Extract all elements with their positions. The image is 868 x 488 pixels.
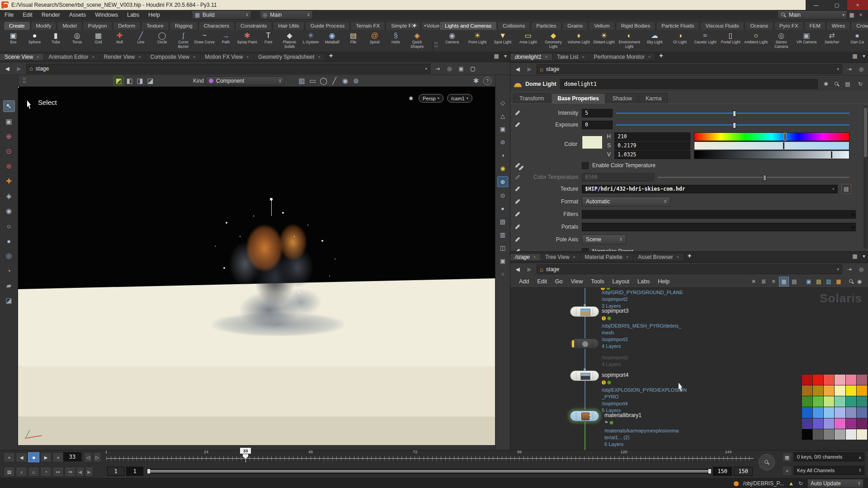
playback-button[interactable]: ■ bbox=[28, 452, 39, 462]
shelf-tool[interactable]: T Font bbox=[258, 31, 279, 49]
menu-item[interactable]: Windows bbox=[90, 12, 123, 18]
intensity-field[interactable]: 5 bbox=[582, 109, 613, 117]
camera-dropdown[interactable]: /cam1 ▾ bbox=[447, 94, 472, 103]
palette-swatch[interactable] bbox=[824, 407, 834, 418]
pane-grid-icon[interactable]: ▦ bbox=[850, 252, 859, 261]
shelf-tool[interactable]: ○ Ambient Light bbox=[743, 31, 769, 49]
range-step-fwd[interactable]: ▶ bbox=[85, 467, 93, 477]
shelf-tool[interactable]: ▯ Portal Light bbox=[718, 31, 743, 49]
tools-icon[interactable]: ✕ bbox=[749, 277, 758, 286]
network-box-icon[interactable]: ▩ bbox=[834, 277, 843, 286]
pane-tab[interactable]: /stage × bbox=[510, 254, 541, 260]
close-icon[interactable]: × bbox=[193, 55, 195, 59]
toolbar-icon[interactable]: ⊙ bbox=[4, 146, 14, 157]
scrollbar[interactable] bbox=[863, 106, 868, 249]
menu-item[interactable]: Help bbox=[144, 12, 165, 18]
shelf-tool[interactable]: ╱ Line bbox=[130, 31, 151, 49]
close-icon[interactable]: × bbox=[677, 255, 679, 259]
palette-swatch[interactable] bbox=[813, 429, 823, 440]
shelf-tool[interactable]: ▦ Grid bbox=[88, 31, 109, 49]
pencil-icon[interactable] bbox=[514, 121, 521, 128]
step-button[interactable]: ◁ bbox=[84, 452, 92, 462]
portals-field[interactable] bbox=[582, 223, 856, 231]
pencil-icon[interactable] bbox=[514, 162, 521, 169]
timeline-ruler[interactable]: 124487296120144 bbox=[106, 452, 754, 463]
close-icon[interactable]: × bbox=[138, 55, 141, 59]
palette-swatch[interactable] bbox=[802, 375, 812, 385]
palette-swatch[interactable] bbox=[813, 396, 823, 407]
timeline-zoom-button[interactable] bbox=[759, 454, 775, 470]
shelf-tab[interactable]: Guide Process bbox=[305, 21, 350, 30]
keys-info-field[interactable]: 0 keys, 0/0 channels ▴ bbox=[794, 452, 864, 461]
palette-swatch[interactable] bbox=[835, 396, 845, 407]
playback-button[interactable]: ◀ bbox=[16, 452, 27, 462]
node-bypassed[interactable] bbox=[570, 338, 599, 349]
palette-swatch[interactable] bbox=[835, 375, 845, 385]
shelf-tool[interactable]: ▼ Spot Light bbox=[490, 31, 515, 49]
display-option-icon[interactable]: ▥ bbox=[498, 230, 508, 239]
nav-forward-icon[interactable]: ▶ bbox=[14, 64, 24, 73]
shelf-tool[interactable]: ✳ L-System bbox=[300, 31, 321, 49]
toolbar-icon[interactable]: ◪ bbox=[4, 295, 14, 306]
desktop-selector[interactable]: ▦ Build ⇕ bbox=[192, 10, 251, 19]
shelf-tool[interactable]: ◑ GI Light bbox=[667, 31, 693, 49]
channel-graph-icon[interactable]: ≈ bbox=[782, 466, 792, 476]
selection-mode-icon[interactable]: ◩ bbox=[113, 75, 124, 86]
shelf-tool[interactable]: ◈ Quick Shapes bbox=[406, 31, 428, 49]
palette-swatch[interactable] bbox=[802, 407, 812, 418]
pane-tab[interactable]: Render View × bbox=[99, 54, 146, 60]
shelf-tool[interactable]: ● Gan Ca bbox=[844, 31, 868, 49]
display-option-icon[interactable]: ◑ bbox=[498, 150, 508, 160]
shelf-tab[interactable]: Lights and Cameras bbox=[439, 21, 497, 30]
display-option-icon[interactable]: ▣ bbox=[498, 256, 508, 266]
shelf-tool[interactable]: ✱ Spray Paint bbox=[236, 31, 258, 49]
chevron-down-icon[interactable]: ▾ bbox=[837, 267, 839, 272]
pane-tab[interactable]: Composite View × bbox=[146, 54, 200, 60]
palette-swatch[interactable] bbox=[813, 375, 823, 385]
shelf-tab[interactable]: Model bbox=[57, 21, 82, 30]
shelf-tab[interactable]: Polygon bbox=[83, 21, 113, 30]
shelf-tab[interactable]: Collisions bbox=[497, 21, 530, 30]
settings-gear-icon[interactable]: ✱ bbox=[471, 75, 481, 86]
node-sopimport3[interactable] bbox=[570, 306, 599, 317]
pane-menu-chevron-icon[interactable]: ▾ bbox=[859, 252, 868, 261]
shelf-tab[interactable]: FEM bbox=[804, 21, 826, 30]
view-cube-icon[interactable]: ▣ bbox=[457, 64, 466, 73]
help-icon[interactable]: ? bbox=[483, 77, 491, 85]
close-icon[interactable]: × bbox=[533, 255, 536, 259]
display-option-icon[interactable]: ⊕ bbox=[497, 176, 508, 187]
shelf-tool[interactable]: § Helix bbox=[385, 31, 406, 49]
display-option-icon[interactable]: ▤ bbox=[498, 216, 508, 226]
menu-item[interactable]: Help bbox=[654, 278, 674, 285]
palette-swatch[interactable] bbox=[846, 385, 856, 396]
path-field[interactable]: ⌂ stage ▾ bbox=[26, 64, 430, 74]
pin-icon[interactable]: ⇥ bbox=[845, 265, 854, 274]
exposure-slider[interactable] bbox=[616, 124, 849, 126]
nav-forward-icon[interactable]: ▶ bbox=[525, 265, 534, 274]
maximize-button[interactable]: ▢ bbox=[826, 0, 847, 10]
palette-swatch[interactable] bbox=[857, 429, 867, 440]
enable-color-temp-checkbox[interactable] bbox=[582, 162, 589, 169]
toolbar-icon[interactable]: ▰ bbox=[4, 280, 14, 291]
param-tab[interactable]: Transform bbox=[513, 93, 550, 103]
pane-tab[interactable]: Motion FX View × bbox=[200, 54, 254, 60]
palette-swatch[interactable] bbox=[857, 385, 867, 396]
node-sopimport4[interactable] bbox=[570, 371, 599, 381]
snapshot-icon[interactable]: ▢ bbox=[468, 64, 477, 73]
radial-menu-icon[interactable]: ◎ bbox=[857, 265, 866, 274]
layout-icon[interactable]: ▤ bbox=[843, 80, 852, 89]
pane-tab[interactable]: Geometry Spreadsheet × bbox=[254, 54, 325, 60]
shelf-tool[interactable]: ☁ Sky Light bbox=[642, 31, 667, 49]
range-start-field[interactable]: 1 bbox=[107, 467, 124, 476]
menu-item[interactable]: Assets bbox=[65, 12, 91, 18]
normalize-power-checkbox[interactable] bbox=[582, 248, 589, 252]
close-icon[interactable]: × bbox=[92, 55, 94, 59]
palette-swatch[interactable] bbox=[835, 429, 845, 440]
expand-arrow-icon[interactable]: ▶ bbox=[852, 224, 856, 230]
shelf-tool[interactable]: ☀ Point Light bbox=[465, 31, 490, 49]
shelf-tab[interactable]: Particles bbox=[531, 21, 561, 30]
palette-swatch[interactable] bbox=[824, 429, 834, 440]
palette-swatch[interactable] bbox=[846, 429, 856, 440]
shelf-tab[interactable]: Rigging bbox=[170, 21, 198, 30]
shelf-tool[interactable]: → Path bbox=[215, 31, 236, 49]
